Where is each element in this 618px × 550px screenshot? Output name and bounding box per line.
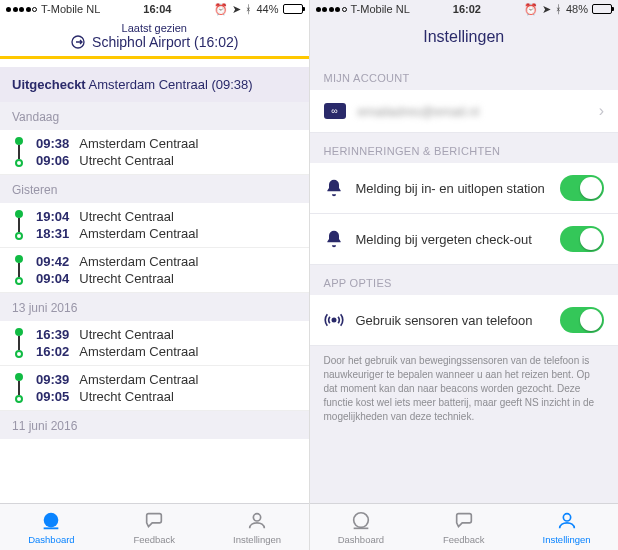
trip-route-icon — [12, 373, 26, 403]
status-text: Amsterdam Centraal (09:38) — [89, 77, 253, 92]
trip-places: Amsterdam CentraalUtrecht Centraal — [79, 254, 198, 286]
svg-rect-2 — [44, 527, 59, 529]
alarm-icon: ⏰ — [524, 3, 538, 16]
section-header: Gisteren — [0, 175, 309, 203]
trip-row[interactable]: 19:0418:31Utrecht CentraalAmsterdam Cent… — [0, 203, 309, 248]
clock: 16:04 — [143, 3, 171, 15]
trip-route-icon — [12, 137, 26, 167]
sensor-icon — [324, 310, 344, 330]
battery-icon — [592, 4, 612, 14]
checkout-status-row: Uitgecheckt Amsterdam Centraal (09:38) — [0, 67, 309, 102]
feedback-icon — [143, 510, 165, 532]
settings-content[interactable]: MIJN ACCOUNT ∞ emailadres@email.nl › HER… — [310, 60, 619, 503]
svg-point-5 — [354, 512, 369, 527]
settings-icon — [246, 510, 268, 532]
toggle-switch[interactable] — [560, 307, 604, 333]
section-reminders-label: HERINNERINGEN & BERICHTEN — [310, 133, 619, 163]
trip-route-icon — [12, 255, 26, 285]
section-header: 13 juni 2016 — [0, 293, 309, 321]
trip-row[interactable]: 16:3916:02Utrecht CentraalAmsterdam Cent… — [0, 321, 309, 366]
trip-places: Utrecht CentraalAmsterdam Centraal — [79, 209, 198, 241]
svg-point-3 — [253, 513, 260, 520]
setting-label: Gebruik sensoren van telefoon — [356, 313, 549, 328]
phone-dashboard: T-Mobile NL 16:04 ⏰ ➤ ᚼ 44% Laatst gezie… — [0, 0, 310, 550]
setting-row: Gebruik sensoren van telefoon — [310, 295, 619, 346]
last-seen-location: Schiphol Airport (16:02) — [92, 34, 238, 50]
battery-pct: 44% — [256, 3, 278, 15]
tab-settings[interactable]: Instellingen — [206, 504, 309, 550]
svg-point-1 — [44, 512, 59, 527]
svg-point-4 — [332, 318, 335, 321]
trip-times: 09:4209:04 — [36, 254, 69, 286]
trip-route-icon — [12, 328, 26, 358]
phone-settings: T-Mobile NL 16:02 ⏰ ➤ ᚼ 48% Instellingen… — [310, 0, 619, 550]
setting-row: Melding bij vergeten check-out — [310, 214, 619, 265]
tab-bar: Dashboard Feedback Instellingen — [310, 503, 619, 550]
trip-places: Utrecht CentraalAmsterdam Centraal — [79, 327, 198, 359]
trip-row[interactable]: 09:3909:05Amsterdam CentraalUtrecht Cent… — [0, 366, 309, 411]
section-header: Vandaag — [0, 102, 309, 130]
section-options-label: APP OPTIES — [310, 265, 619, 295]
last-seen-label: Laatst gezien — [0, 22, 309, 34]
battery-icon — [283, 4, 303, 14]
tab-dashboard[interactable]: Dashboard — [0, 504, 103, 550]
trip-times: 16:3916:02 — [36, 327, 69, 359]
bell-icon — [324, 178, 344, 198]
location-icon: ➤ — [232, 3, 241, 16]
card-icon: ∞ — [324, 103, 346, 119]
page-title: Instellingen — [310, 18, 619, 60]
account-email: emailadres@email.nl — [358, 104, 587, 119]
account-row[interactable]: ∞ emailadres@email.nl › — [310, 90, 619, 133]
bell-icon — [324, 229, 344, 249]
toggle-switch[interactable] — [560, 175, 604, 201]
clock: 16:02 — [453, 3, 481, 15]
tab-bar: Dashboard Feedback Instellingen — [0, 503, 309, 550]
carrier-label: T-Mobile NL — [41, 3, 100, 15]
carrier-label: T-Mobile NL — [351, 3, 410, 15]
svg-point-6 — [563, 513, 570, 520]
settings-icon — [556, 510, 578, 532]
status-bar: T-Mobile NL 16:04 ⏰ ➤ ᚼ 44% — [0, 0, 309, 18]
trip-row[interactable]: 09:4209:04Amsterdam CentraalUtrecht Cent… — [0, 248, 309, 293]
setting-label: Melding bij vergeten check-out — [356, 232, 549, 247]
signal-dots-icon — [6, 7, 37, 12]
setting-label: Melding bij in- en uitlopen station — [356, 181, 549, 196]
feedback-icon — [453, 510, 475, 532]
trip-row[interactable]: 09:3809:06Amsterdam CentraalUtrecht Cent… — [0, 130, 309, 175]
tab-settings[interactable]: Instellingen — [515, 504, 618, 550]
dashboard-icon — [40, 510, 62, 532]
section-header: 11 juni 2016 — [0, 411, 309, 439]
checkin-icon — [70, 34, 86, 50]
trip-places: Amsterdam CentraalUtrecht Centraal — [79, 136, 198, 168]
bluetooth-icon: ᚼ — [555, 3, 562, 15]
alarm-icon: ⏰ — [214, 3, 228, 16]
trip-list[interactable]: Uitgecheckt Amsterdam Centraal (09:38) V… — [0, 59, 309, 503]
header: Laatst gezien Schiphol Airport (16:02) — [0, 18, 309, 59]
trip-route-icon — [12, 210, 26, 240]
trip-places: Amsterdam CentraalUtrecht Centraal — [79, 372, 198, 404]
tab-feedback[interactable]: Feedback — [412, 504, 515, 550]
status-bar: T-Mobile NL 16:02 ⏰ ➤ ᚼ 48% — [310, 0, 619, 18]
chevron-right-icon: › — [599, 102, 604, 120]
setting-row: Melding bij in- en uitlopen station — [310, 163, 619, 214]
status-badge: Uitgecheckt — [12, 77, 86, 92]
toggle-switch[interactable] — [560, 226, 604, 252]
trip-times: 19:0418:31 — [36, 209, 69, 241]
tab-feedback[interactable]: Feedback — [103, 504, 206, 550]
location-icon: ➤ — [542, 3, 551, 16]
section-account-label: MIJN ACCOUNT — [310, 60, 619, 90]
options-note: Door het gebruik van bewegingssensoren v… — [310, 346, 619, 432]
trip-times: 09:3809:06 — [36, 136, 69, 168]
trip-times: 09:3909:05 — [36, 372, 69, 404]
battery-pct: 48% — [566, 3, 588, 15]
signal-dots-icon — [316, 7, 347, 12]
tab-dashboard[interactable]: Dashboard — [310, 504, 413, 550]
bluetooth-icon: ᚼ — [245, 3, 252, 15]
dashboard-icon — [350, 510, 372, 532]
